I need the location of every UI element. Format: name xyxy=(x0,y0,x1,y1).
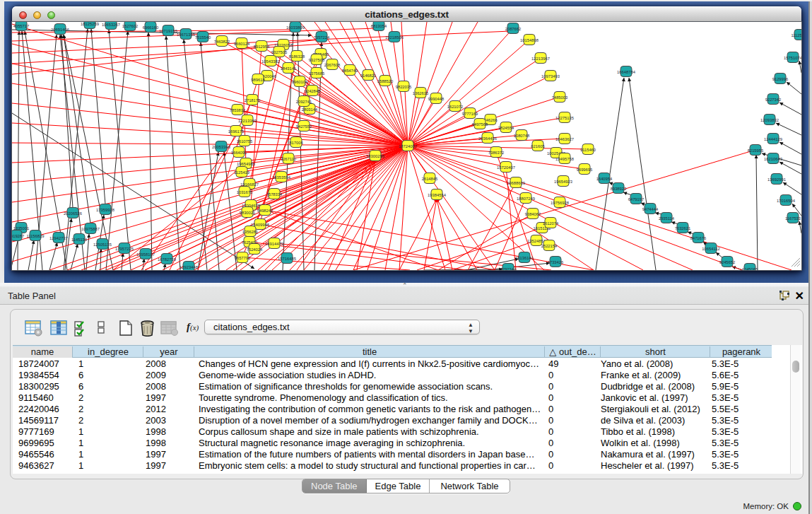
svg-text:12942737: 12942737 xyxy=(49,236,68,240)
svg-text:12093832: 12093832 xyxy=(760,118,779,122)
svg-text:1843141: 1843141 xyxy=(281,66,297,71)
svg-text:18125259: 18125259 xyxy=(81,22,99,26)
svg-text:817006: 817006 xyxy=(289,141,302,145)
svg-text:7463822: 7463822 xyxy=(214,40,230,44)
svg-text:2092741: 2092741 xyxy=(296,100,312,104)
svg-text:19654923: 19654923 xyxy=(554,180,572,184)
svg-text:1733426: 1733426 xyxy=(548,260,564,264)
svg-text:7524024: 7524024 xyxy=(247,247,263,252)
svg-text:1125419: 1125419 xyxy=(234,170,249,175)
svg-text:16782759: 16782759 xyxy=(158,257,176,262)
svg-text:9990448: 9990448 xyxy=(428,97,445,101)
svg-text:9777169: 9777169 xyxy=(462,112,478,116)
svg-text:10958107: 10958107 xyxy=(136,252,155,257)
svg-text:7853812: 7853812 xyxy=(230,108,246,112)
svg-text:18807249: 18807249 xyxy=(517,197,535,201)
svg-text:9822035: 9822035 xyxy=(396,85,412,89)
svg-text:9960104: 9960104 xyxy=(292,80,308,84)
svg-text:3824554: 3824554 xyxy=(498,126,514,130)
svg-text:7485003: 7485003 xyxy=(552,95,568,100)
svg-text:19654985: 19654985 xyxy=(237,162,255,166)
svg-text:2935114: 2935114 xyxy=(659,216,675,221)
svg-text:8912954: 8912954 xyxy=(254,45,270,49)
svg-text:1610755: 1610755 xyxy=(237,139,253,144)
svg-text:20206526: 20206526 xyxy=(64,211,82,216)
svg-text:10543382: 10543382 xyxy=(261,59,280,64)
svg-text:12275135: 12275135 xyxy=(555,116,574,120)
svg-text:10688609: 10688609 xyxy=(507,181,525,185)
svg-text:20691406: 20691406 xyxy=(51,28,69,32)
svg-text:2087662: 2087662 xyxy=(505,27,522,31)
svg-text:1588520: 1588520 xyxy=(377,79,394,83)
svg-text:1145134: 1145134 xyxy=(71,238,88,242)
svg-text:2367608: 2367608 xyxy=(324,63,341,67)
svg-text:2522154: 2522154 xyxy=(541,244,558,248)
svg-text:13495758: 13495758 xyxy=(555,157,574,161)
svg-text:17957225: 17957225 xyxy=(115,247,134,251)
svg-text:3578334: 3578334 xyxy=(266,192,283,197)
svg-text:19166827: 19166827 xyxy=(240,182,259,187)
svg-text:10653267: 10653267 xyxy=(102,23,120,27)
svg-text:20364436: 20364436 xyxy=(478,136,497,141)
svg-text:12505135: 12505135 xyxy=(93,243,112,247)
svg-text:1167533: 1167533 xyxy=(785,216,801,221)
svg-text:1292344: 1292344 xyxy=(500,267,517,271)
svg-text:19218506: 19218506 xyxy=(385,35,404,40)
svg-text:9474444: 9474444 xyxy=(642,207,659,211)
svg-text:1696175: 1696175 xyxy=(228,129,245,134)
svg-text:15720407: 15720407 xyxy=(497,165,515,170)
svg-text:6966160: 6966160 xyxy=(143,25,159,30)
svg-text:1245065: 1245065 xyxy=(742,267,758,271)
svg-text:16648784: 16648784 xyxy=(617,70,636,74)
svg-text:9427552: 9427552 xyxy=(296,124,312,129)
svg-text:8938923: 8938923 xyxy=(611,187,627,191)
svg-text:7386372: 7386372 xyxy=(488,151,505,155)
svg-text:12444129: 12444129 xyxy=(764,137,782,141)
svg-text:12923448: 12923448 xyxy=(180,265,198,269)
svg-text:9227342: 9227342 xyxy=(765,98,782,102)
svg-text:20053346: 20053346 xyxy=(212,145,230,149)
svg-text:9327505: 9327505 xyxy=(271,50,288,54)
svg-text:10975887: 10975887 xyxy=(81,227,100,231)
svg-text:10154808: 10154808 xyxy=(520,38,539,42)
svg-text:4055717: 4055717 xyxy=(13,24,30,28)
svg-text:1664091: 1664091 xyxy=(231,151,247,155)
svg-text:9699695: 9699695 xyxy=(577,168,593,172)
svg-text:18724007: 18724007 xyxy=(399,144,417,148)
svg-text:3267110: 3267110 xyxy=(281,157,296,161)
svg-text:16210643: 16210643 xyxy=(764,157,782,161)
svg-text:989618: 989618 xyxy=(251,78,264,82)
svg-text:9129996: 9129996 xyxy=(772,77,789,81)
svg-text:1080748: 1080748 xyxy=(514,134,530,138)
svg-text:17359928: 17359928 xyxy=(96,208,114,212)
svg-text:16914479: 16914479 xyxy=(265,242,283,246)
svg-text:3375685: 3375685 xyxy=(309,71,325,76)
svg-text:9115460: 9115460 xyxy=(580,148,596,152)
svg-text:7632621: 7632621 xyxy=(675,226,691,230)
svg-text:8813054: 8813054 xyxy=(371,24,387,28)
svg-text:19756928: 19756928 xyxy=(551,201,569,205)
svg-text:11156829: 11156829 xyxy=(27,234,45,238)
svg-text:1031675: 1031675 xyxy=(237,190,253,194)
svg-text:18300295: 18300295 xyxy=(366,154,384,158)
svg-text:9384067: 9384067 xyxy=(525,212,541,216)
svg-text:621605: 621605 xyxy=(531,144,544,148)
svg-text:9146821: 9146821 xyxy=(360,74,377,78)
svg-text:16033809: 16033809 xyxy=(286,25,305,30)
svg-text:1640954: 1640954 xyxy=(596,177,613,181)
svg-text:10654112: 10654112 xyxy=(702,247,719,251)
svg-text:8215955: 8215955 xyxy=(748,148,764,153)
svg-text:7515540: 7515540 xyxy=(195,35,211,40)
svg-text:2803144: 2803144 xyxy=(302,107,318,112)
svg-text:9327508: 9327508 xyxy=(309,58,325,62)
svg-text:6497568: 6497568 xyxy=(472,122,488,127)
svg-text:12213369: 12213369 xyxy=(238,119,257,123)
svg-text:15751074: 15751074 xyxy=(784,56,801,60)
svg-text:2614845: 2614845 xyxy=(422,177,438,181)
svg-text:9245652: 9245652 xyxy=(719,260,736,264)
svg-text:16671355: 16671355 xyxy=(177,33,195,37)
svg-text:15353594: 15353594 xyxy=(272,175,291,180)
svg-text:1612074: 1612074 xyxy=(543,221,559,226)
svg-text:19384554: 19384554 xyxy=(428,193,447,197)
svg-text:10973493: 10973493 xyxy=(541,74,560,78)
